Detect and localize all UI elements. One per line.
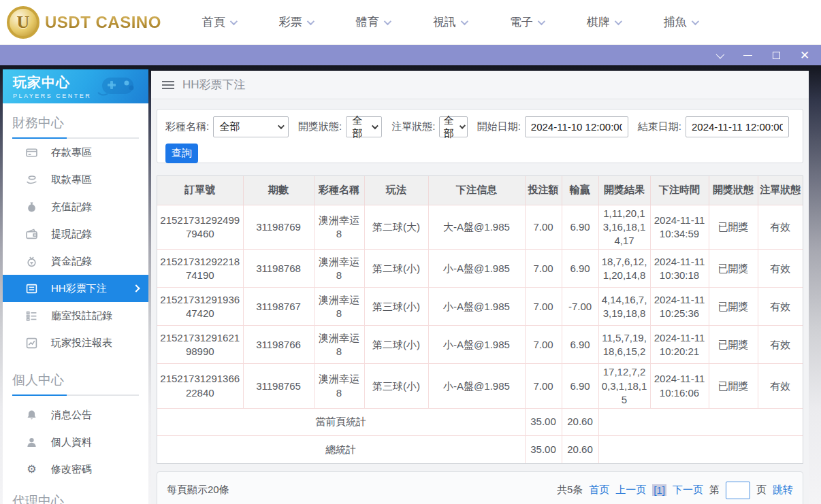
gear-icon: ⚙ (26, 464, 37, 475)
brand-logo[interactable]: U USDT CASINO (7, 6, 161, 39)
draw-status-filter-label: 開獎狀態: (298, 120, 342, 133)
col-header-draw-result: 開獎結果 (598, 176, 650, 205)
table-row: 2152173129221874190 31198768 澳洲幸运8 第二球(小… (157, 250, 803, 288)
chevron-down-icon (371, 122, 378, 129)
nav-label: 首頁 (202, 14, 225, 30)
report-chart-icon (26, 337, 37, 349)
cell-bet-amount: 7.00 (525, 288, 562, 326)
col-header-bet-info: 下注信息 (428, 176, 525, 205)
sidebar-item-profile[interactable]: 個人資料 (3, 429, 148, 456)
money-bag-icon (26, 201, 37, 213)
current-page-badge[interactable]: [1] (652, 484, 666, 496)
next-page-link[interactable]: 下一页 (673, 484, 703, 497)
nav-item-boardgames[interactable]: 棋牌 (587, 14, 620, 30)
sidebar-item-withdrawal-records[interactable]: 提現記錄 (3, 220, 148, 248)
lottery-select-value: 全部 (219, 120, 240, 133)
window-titlebar: ✕ (0, 45, 821, 65)
sidebar-item-deposit[interactable]: 存款專區 (3, 139, 148, 166)
nav-item-home[interactable]: 首頁 (202, 14, 236, 30)
first-page-link[interactable]: 首页 (589, 484, 609, 497)
window-close-button[interactable]: ✕ (795, 48, 814, 63)
page-jump-input[interactable] (726, 482, 750, 499)
coin-letter: U (17, 12, 30, 33)
sidebar-item-label: 個人資料 (51, 436, 92, 449)
table-row: 2152173129193647420 31198767 澳洲幸运8 第三球(小… (157, 288, 803, 326)
bell-icon (26, 409, 37, 421)
cell-play-type: 第二球(大) (364, 205, 428, 250)
lottery-select[interactable]: 全部 (213, 116, 289, 137)
start-date-input[interactable] (525, 116, 628, 137)
sidebar-item-announcements[interactable]: 消息公告 (3, 401, 148, 429)
chevron-down-icon (307, 17, 315, 24)
end-date-input[interactable] (686, 116, 789, 137)
cell-bet-info: 小-A盤@1.985 (428, 326, 525, 364)
sidebar-item-recharge-records[interactable]: 充值記錄 (3, 193, 148, 220)
nav-item-slots[interactable]: 電子 (510, 14, 543, 30)
pagination-controls: 共5条 首页 上一页 [1] 下一页 第 页 跳转 (557, 482, 793, 499)
table-row: 2152173129162198990 31198766 澳洲幸运8 第二球(小… (157, 326, 803, 364)
jump-prefix-text: 第 (709, 484, 720, 497)
sidebar-item-label: 玩家投注報表 (51, 337, 112, 350)
nav-item-fishing[interactable]: 捕魚 (664, 14, 697, 30)
order-status-select-value: 全部 (443, 114, 459, 140)
cell-bet-info: 小-A盤@1.985 (428, 250, 525, 288)
wallet-icon (26, 229, 37, 240)
sidebar-item-change-password[interactable]: ⚙ 修改密碼 (3, 456, 148, 483)
cell-order-status: 有效 (758, 250, 803, 288)
search-button[interactable]: 查詢 (165, 144, 198, 163)
draw-status-select-value: 全部 (352, 114, 371, 140)
summary-blank (598, 409, 803, 436)
cell-bet-time: 2024-11-11 10:25:36 (650, 288, 709, 326)
nav-label: 捕魚 (664, 14, 687, 30)
cell-play-type: 第二球(小) (364, 250, 428, 288)
coin-logo-icon: U (7, 6, 39, 39)
chevron-down-icon (460, 123, 466, 129)
summary-bet-amount: 35.00 (525, 409, 562, 436)
col-header-order-no: 訂單號 (157, 176, 243, 205)
summary-winloss: 20.60 (562, 436, 598, 463)
window-maximize-button[interactable] (767, 48, 786, 63)
order-status-select[interactable]: 全部 (439, 116, 467, 137)
sidebar-item-label: 消息公告 (51, 409, 92, 422)
sidebar-header: 玩家中心 PLAYERS CENTER (3, 69, 148, 103)
sidebar-item-funds-records[interactable]: 資金記錄 (3, 248, 148, 275)
window-collapse-button[interactable] (709, 48, 728, 63)
chevron-right-icon (132, 284, 140, 292)
sidebar-item-player-bet-report[interactable]: 玩家投注報表 (3, 329, 148, 356)
cell-order-no: 2152173129136622840 (157, 364, 243, 409)
chevron-down-icon (461, 17, 468, 24)
sidebar-item-hh-lottery-bets[interactable]: HH彩票下注 (3, 275, 148, 302)
page-title: HH彩票下注 (182, 77, 246, 93)
cell-issue: 31198766 (243, 326, 314, 364)
summary-blank (598, 436, 803, 463)
jump-button[interactable]: 跳转 (773, 484, 793, 497)
deposit-card-icon (26, 147, 37, 158)
menu-toggle-icon[interactable] (162, 81, 174, 89)
cell-issue: 31198767 (243, 288, 314, 326)
cell-play-type: 第三球(小) (364, 364, 428, 409)
sidebar-item-hall-bet-records[interactable]: 廳室投註記錄 (3, 302, 148, 329)
sidebar-item-withdraw[interactable]: 取款專區 (3, 166, 148, 193)
nav-item-lottery[interactable]: 彩票 (279, 14, 312, 30)
cell-play-type: 第三球(小) (364, 288, 428, 326)
cell-issue: 31198769 (243, 205, 314, 250)
breadcrumb: HH彩票下注 (151, 71, 809, 99)
cell-draw-status: 已開獎 (709, 205, 758, 250)
chevron-down-icon (384, 17, 391, 24)
end-date-label: 結束日期: (638, 120, 681, 133)
jump-suffix-text: 页 (756, 484, 767, 497)
cell-draw-result: 4,14,16,7,3,19,18,8 (598, 288, 650, 326)
chevron-down-icon (715, 50, 724, 58)
nav-item-video[interactable]: 視訊 (433, 14, 466, 30)
cell-draw-status: 已開獎 (709, 250, 758, 288)
lottery-filter-label: 彩種名稱: (165, 120, 209, 133)
draw-status-select[interactable]: 全部 (346, 116, 382, 137)
page-size-text: 每頁顯示20條 (167, 484, 229, 497)
prev-page-link[interactable]: 上一页 (615, 484, 646, 497)
cell-bet-time: 2024-11-11 10:30:18 (650, 250, 709, 288)
cell-issue: 31198765 (243, 364, 314, 409)
cell-order-status: 有效 (758, 364, 803, 409)
cell-bet-amount: 7.00 (525, 205, 562, 250)
nav-item-sports[interactable]: 體育 (356, 14, 389, 30)
window-minimize-button[interactable] (738, 48, 757, 63)
